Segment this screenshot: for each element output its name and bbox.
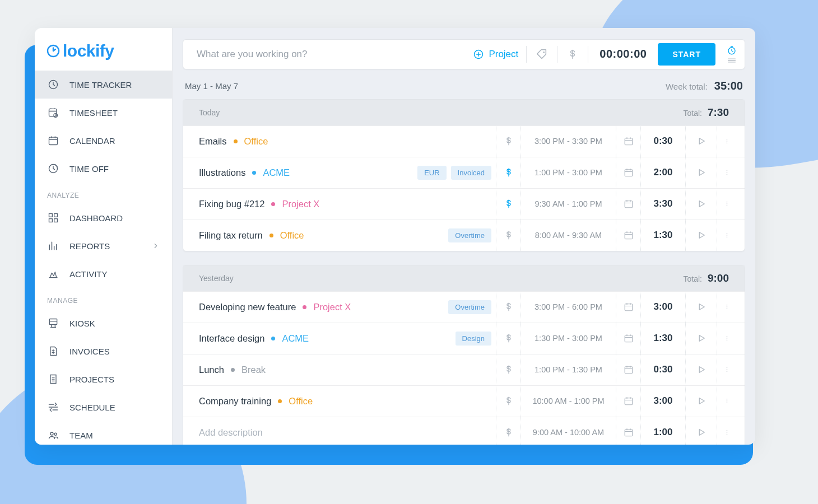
entry-time-range[interactable]: 10:00 AM - 1:00 PM [520, 386, 616, 417]
billable-icon[interactable] [565, 47, 580, 62]
continue-play-icon[interactable] [685, 417, 717, 445]
entry-time-range[interactable]: 8:00 AM - 9:30 AM [520, 220, 616, 251]
billable-toggle[interactable] [496, 189, 520, 220]
sidebar-item-dashboard[interactable]: DASHBOARD [35, 204, 172, 232]
date-picker-icon[interactable] [616, 157, 640, 188]
tag-pill[interactable]: Overtime [448, 300, 491, 314]
sidebar-item-kiosk[interactable]: KIOSK [35, 309, 172, 337]
more-options-icon[interactable] [717, 126, 737, 157]
svg-rect-10 [49, 319, 57, 325]
continue-play-icon[interactable] [685, 126, 717, 157]
day-group-header: TodayTotal:7:30 [183, 100, 745, 125]
billable-toggle[interactable] [496, 220, 520, 251]
date-picker-icon[interactable] [616, 386, 640, 417]
entry-time-range[interactable]: 3:00 PM - 3:30 PM [520, 126, 616, 157]
sidebar-item-calendar[interactable]: CALENDAR [35, 127, 172, 155]
continue-play-icon[interactable] [685, 386, 717, 417]
entry-duration[interactable]: 3:00 [640, 292, 685, 323]
sidebar-item-label: TIMESHEET [69, 108, 118, 118]
week-total: Week total: 35:00 [666, 80, 743, 92]
entry-time-range[interactable]: 9:30 AM - 1:00 PM [520, 189, 616, 220]
sidebar-item-schedule[interactable]: SCHEDULE [35, 393, 172, 421]
entry-duration[interactable]: 3:00 [640, 386, 685, 417]
entry-time-range[interactable]: 1:30 PM - 3:00 PM [520, 323, 616, 354]
more-options-icon[interactable] [717, 157, 737, 188]
entry-desc-wrap[interactable]: Company trainingOffice [199, 396, 496, 407]
tag-pill[interactable]: Design [456, 332, 491, 346]
more-options-icon[interactable] [717, 220, 737, 251]
entry-duration[interactable]: 1:00 [640, 417, 685, 445]
start-button[interactable]: START [658, 43, 715, 66]
brand-name: lockify [63, 41, 114, 60]
billable-toggle[interactable] [496, 157, 520, 188]
entry-desc-wrap[interactable]: Interface designACMEDesign [199, 332, 496, 346]
sidebar-item-timesheet[interactable]: TIMESHEET [35, 99, 172, 127]
entry-duration[interactable]: 3:30 [640, 189, 685, 220]
plus-circle-icon [473, 49, 484, 60]
date-picker-icon[interactable] [616, 220, 640, 251]
day-title: Today [199, 108, 220, 117]
tracker-input[interactable] [197, 49, 465, 60]
more-options-icon[interactable] [717, 417, 737, 445]
more-options-icon[interactable] [717, 354, 737, 385]
entry-time-range[interactable]: 1:00 PM - 1:30 PM [520, 354, 616, 385]
add-project-button[interactable]: Project [473, 49, 518, 60]
manual-mode-icon[interactable] [727, 58, 737, 63]
more-options-icon[interactable] [717, 292, 737, 323]
continue-play-icon[interactable] [685, 354, 717, 385]
billable-toggle[interactable] [496, 126, 520, 157]
continue-play-icon[interactable] [685, 292, 717, 323]
billable-toggle[interactable] [496, 386, 520, 417]
sidebar-item-invoices[interactable]: INVOICES [35, 337, 172, 365]
billable-toggle[interactable] [496, 354, 520, 385]
entry-duration[interactable]: 2:00 [640, 157, 685, 188]
date-picker-icon[interactable] [616, 417, 640, 445]
timer-mode-icon[interactable] [727, 45, 737, 55]
date-picker-icon[interactable] [616, 292, 640, 323]
sidebar-item-team[interactable]: TEAM [35, 421, 172, 445]
entry-duration[interactable]: 1:30 [640, 323, 685, 354]
sidebar-item-projects[interactable]: PROJECTS [35, 365, 172, 393]
entry-desc-wrap[interactable]: IllustrationsACMEEURInvoiced [199, 166, 496, 180]
continue-play-icon[interactable] [685, 323, 717, 354]
entry-duration[interactable]: 0:30 [640, 354, 685, 385]
continue-play-icon[interactable] [685, 220, 717, 251]
sidebar-item-reports[interactable]: REPORTS [35, 232, 172, 260]
more-options-icon[interactable] [717, 189, 737, 220]
tag-icon[interactable] [535, 47, 549, 62]
date-picker-icon[interactable] [616, 189, 640, 220]
billable-toggle[interactable] [496, 417, 520, 445]
continue-play-icon[interactable] [685, 189, 717, 220]
entry-desc-wrap[interactable]: Add description [199, 427, 496, 438]
more-options-icon[interactable] [717, 386, 737, 417]
date-picker-icon[interactable] [616, 323, 640, 354]
billable-toggle[interactable] [496, 292, 520, 323]
entry-time-range[interactable]: 9:00 AM - 10:00 AM [520, 417, 616, 445]
svg-rect-4 [49, 137, 58, 144]
entry-desc-wrap[interactable]: Fixing bug #212Project X [199, 199, 496, 209]
schedule-icon [47, 401, 59, 413]
sidebar-item-time-off[interactable]: TIME OFF [35, 155, 172, 183]
date-picker-icon[interactable] [616, 354, 640, 385]
continue-play-icon[interactable] [685, 157, 717, 188]
entry-desc-wrap[interactable]: Filing tax returnOfficeOvertime [199, 228, 496, 242]
time-entry-row: Fixing bug #212Project X9:30 AM - 1:00 P… [183, 188, 745, 220]
date-picker-icon[interactable] [616, 126, 640, 157]
entry-time-range[interactable]: 3:00 PM - 6:00 PM [520, 292, 616, 323]
sidebar-item-time-tracker[interactable]: TIME TRACKER [35, 71, 172, 99]
entry-duration[interactable]: 1:30 [640, 220, 685, 251]
tag-pill[interactable]: EUR [417, 166, 446, 180]
svg-point-46 [727, 400, 727, 401]
tag-pill[interactable]: Invoiced [451, 166, 491, 180]
entry-desc-wrap[interactable]: LunchBreak [199, 365, 496, 375]
timesheet-icon [47, 106, 59, 119]
entry-desc-wrap[interactable]: EmailsOffice [199, 136, 496, 147]
entry-desc-wrap[interactable]: Developing new featureProject XOvertime [199, 300, 496, 314]
sidebar-item-activity[interactable]: ACTIVITY [35, 260, 172, 288]
tag-pill[interactable]: Overtime [448, 228, 491, 242]
nav-section-label: MANAGE [35, 288, 172, 309]
entry-duration[interactable]: 0:30 [640, 126, 685, 157]
more-options-icon[interactable] [717, 323, 737, 354]
entry-time-range[interactable]: 1:00 PM - 3:00 PM [520, 157, 616, 188]
billable-toggle[interactable] [496, 323, 520, 354]
